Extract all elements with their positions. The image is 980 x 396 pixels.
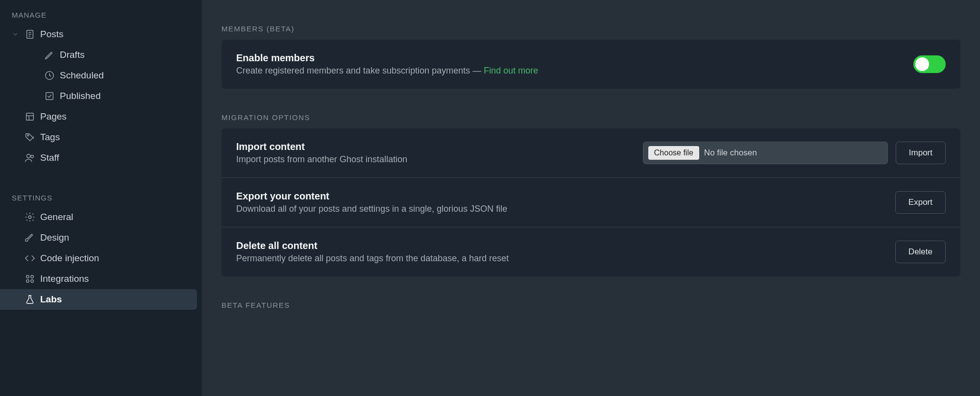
staff-icon bbox=[24, 152, 40, 163]
members-section: MEMBERS (BETA) Enable members Create reg… bbox=[221, 25, 960, 89]
tag-icon bbox=[24, 132, 40, 143]
delete-content-row: Delete all content Permanently delete al… bbox=[221, 227, 960, 276]
toggle-knob bbox=[915, 57, 929, 71]
code-icon bbox=[24, 253, 40, 264]
svg-point-16 bbox=[31, 280, 34, 283]
delete-button[interactable]: Delete bbox=[895, 241, 946, 263]
enable-members-desc-text: Create registered members and take subsc… bbox=[236, 66, 484, 75]
svg-point-11 bbox=[31, 155, 34, 158]
svg-point-12 bbox=[28, 216, 31, 219]
chevron-down-icon bbox=[12, 31, 21, 38]
sidebar-item-tags[interactable]: Tags bbox=[0, 127, 197, 148]
sidebar-item-code-injection[interactable]: Code injection bbox=[0, 248, 197, 269]
sidebar-item-labs[interactable]: Labs bbox=[0, 289, 197, 310]
sidebar-item-design[interactable]: Design bbox=[0, 227, 197, 248]
sidebar-item-scheduled[interactable]: Scheduled bbox=[0, 65, 197, 86]
sidebar-label-labs: Labs bbox=[40, 294, 185, 305]
sidebar-item-published[interactable]: Published bbox=[0, 86, 197, 106]
beta-section-title: BETA FEATURES bbox=[221, 301, 960, 309]
sidebar-label-general: General bbox=[40, 212, 185, 223]
clock-icon bbox=[44, 70, 60, 81]
integrations-icon bbox=[24, 273, 40, 284]
enable-members-row: Enable members Create registered members… bbox=[221, 40, 960, 89]
members-section-title: MEMBERS (BETA) bbox=[221, 25, 960, 33]
sidebar-label-scheduled: Scheduled bbox=[60, 70, 185, 81]
sidebar-label-posts: Posts bbox=[40, 29, 185, 40]
svg-point-13 bbox=[26, 275, 29, 278]
enable-members-title: Enable members bbox=[236, 52, 913, 64]
export-button[interactable]: Export bbox=[895, 191, 946, 214]
export-content-desc: Download all of your posts and settings … bbox=[236, 204, 887, 214]
sidebar-section-manage: MANAGE bbox=[0, 5, 202, 24]
beta-section: BETA FEATURES bbox=[221, 301, 960, 309]
enable-members-desc: Create registered members and take subsc… bbox=[236, 66, 913, 76]
sidebar-item-integrations[interactable]: Integrations bbox=[0, 269, 197, 289]
svg-rect-5 bbox=[46, 93, 53, 100]
posts-icon bbox=[24, 29, 40, 40]
sidebar-item-staff[interactable]: Staff bbox=[0, 148, 197, 168]
svg-point-9 bbox=[27, 135, 29, 136]
sidebar-label-tags: Tags bbox=[40, 132, 185, 143]
app-layout: MANAGE Posts Drafts Scheduled bbox=[0, 0, 980, 396]
pencil-icon bbox=[44, 50, 60, 60]
find-out-more-link[interactable]: Find out more bbox=[484, 66, 538, 75]
brush-icon bbox=[24, 232, 40, 243]
sidebar-label-published: Published bbox=[60, 91, 185, 101]
sidebar-label-design: Design bbox=[40, 232, 185, 243]
sidebar-label-code-injection: Code injection bbox=[40, 253, 185, 264]
sidebar-label-drafts: Drafts bbox=[60, 50, 185, 60]
sidebar-item-drafts[interactable]: Drafts bbox=[0, 45, 197, 65]
flask-icon bbox=[24, 294, 40, 305]
migration-panel: Import content Import posts from another… bbox=[221, 128, 960, 276]
import-content-title: Import content bbox=[236, 141, 643, 152]
sidebar-item-general[interactable]: General bbox=[0, 207, 197, 227]
sidebar-item-pages[interactable]: Pages bbox=[0, 106, 197, 127]
main-content: MEMBERS (BETA) Enable members Create reg… bbox=[202, 0, 980, 396]
members-panel: Enable members Create registered members… bbox=[221, 40, 960, 89]
svg-point-14 bbox=[31, 275, 34, 278]
delete-content-desc: Permanently delete all posts and tags fr… bbox=[236, 253, 887, 264]
choose-file-button[interactable]: Choose file bbox=[648, 146, 699, 160]
import-content-row: Import content Import posts from another… bbox=[221, 128, 960, 178]
migration-section-title: MIGRATION OPTIONS bbox=[221, 113, 960, 122]
gear-icon bbox=[24, 212, 40, 223]
export-content-row: Export your content Download all of your… bbox=[221, 178, 960, 227]
sidebar-label-pages: Pages bbox=[40, 111, 185, 122]
import-file-input[interactable]: Choose file No file chosen bbox=[643, 142, 888, 164]
file-status-text: No file chosen bbox=[704, 148, 757, 158]
sidebar-section-settings: SETTINGS bbox=[0, 188, 202, 207]
enable-members-toggle[interactable] bbox=[913, 55, 946, 73]
delete-content-title: Delete all content bbox=[236, 240, 887, 251]
sidebar-label-staff: Staff bbox=[40, 152, 185, 163]
pages-icon bbox=[24, 111, 40, 122]
sidebar-label-integrations: Integrations bbox=[40, 273, 185, 284]
import-content-desc: Import posts from another Ghost installa… bbox=[236, 154, 643, 165]
import-button[interactable]: Import bbox=[896, 142, 946, 164]
migration-section: MIGRATION OPTIONS Import content Import … bbox=[221, 113, 960, 276]
sidebar-item-posts[interactable]: Posts bbox=[0, 24, 197, 45]
svg-point-15 bbox=[26, 280, 29, 283]
export-content-title: Export your content bbox=[236, 191, 887, 202]
svg-point-10 bbox=[27, 154, 30, 158]
svg-rect-6 bbox=[26, 113, 34, 121]
published-icon bbox=[44, 91, 60, 101]
sidebar: MANAGE Posts Drafts Scheduled bbox=[0, 0, 202, 396]
